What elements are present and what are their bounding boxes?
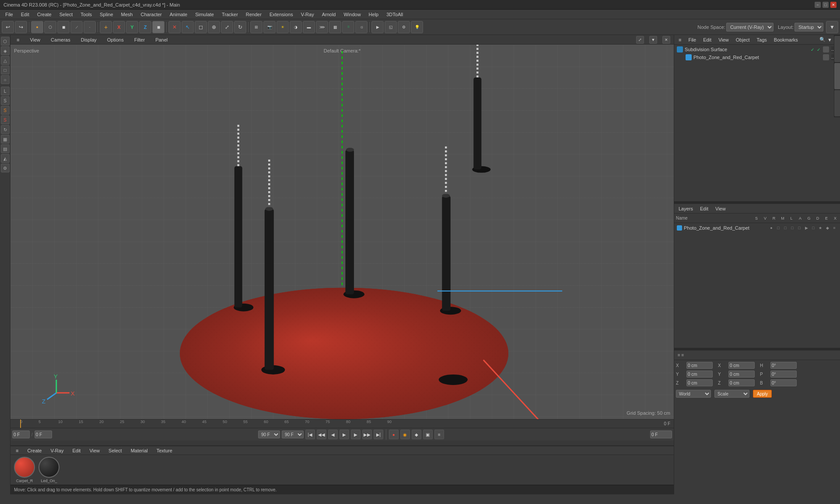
minimize-button[interactable]: − [815,2,821,8]
obj-item-subdivision[interactable]: Subdivision Surface ✓ ✓ ... [675,46,839,53]
rect-sel-button[interactable]: ◻ [195,21,207,33]
layer-flag-d[interactable]: ★ [817,225,823,231]
nodespace-dropdown[interactable]: Current (V-Ray) [726,23,774,32]
live-sel-button[interactable]: ↖ [182,21,194,33]
sidebar-icon-6[interactable]: L [1,87,10,95]
menu-3dtoall[interactable]: 3DToAll [383,11,406,18]
viewport-menu-panel[interactable]: Panel [153,36,170,43]
sidebar-icon-13[interactable]: ◭ [1,154,10,163]
attr-b-field[interactable] [770,379,797,386]
current-frame-display[interactable] [35,430,52,438]
next-frame-button[interactable]: ▶▶ [362,430,372,439]
rotate-button[interactable]: ↻ [234,21,246,33]
timeline-ruler[interactable]: 0 5 10 15 20 25 30 35 40 45 50 55 60 65 … [10,420,674,428]
mat-menu-create[interactable]: Create [25,447,43,454]
menu-tracker[interactable]: Tracker [218,11,242,18]
attr-x2-field[interactable] [728,362,755,369]
viewport-menu-display[interactable]: Display [78,36,99,43]
sidebar-icon-4[interactable]: □ [1,66,10,74]
sidebar-icon-9[interactable]: S [1,116,10,124]
mat-menu-view[interactable]: View [88,447,102,454]
next-one-button[interactable]: ▶ [351,430,360,439]
attr-h-field[interactable] [770,362,797,369]
timeline-settings-button[interactable]: ≡ [434,430,444,439]
attr-z-field[interactable] [686,379,713,386]
menu-file[interactable]: File [2,11,17,18]
attr-x-field[interactable] [686,362,713,369]
scale-dropdown[interactable]: Scale [714,390,749,398]
y-axis-button[interactable]: Y [126,21,138,33]
layer-menu-layers[interactable]: Layers [676,205,696,212]
play-button[interactable]: ▶ [340,430,349,439]
layer-flag-r[interactable]: □ [782,225,788,231]
obj-menu-view[interactable]: View [716,36,732,43]
sidebar-icon-5[interactable]: ○ [1,75,10,84]
scale-button[interactable]: ⤢ [221,21,233,33]
fps-dropdown-left[interactable]: 90 F [258,430,280,438]
layer-item-photo-zone[interactable]: Photo_Zone_and_Red_Carpet ● □ □ □ □ ▶ □ … [675,224,839,232]
sky-button[interactable]: ◑ [290,21,302,33]
mat-menu-select[interactable]: Select [107,447,124,454]
sidebar-icon-12[interactable]: ▤ [1,144,10,153]
viewport-menu-hamburger[interactable]: ≡ [14,36,22,43]
attr-z2-field[interactable] [728,379,755,386]
sidebar-icon-10[interactable]: ↻ [1,125,10,134]
deform-button[interactable]: ⋙ [316,21,328,33]
r-tab-2[interactable] [834,63,840,89]
go-start-button[interactable]: |◀ [305,430,315,439]
sidebar-icon-11[interactable]: ▦ [1,135,10,144]
layout-options-button[interactable]: ▼ [826,21,838,33]
r-tab-3[interactable] [834,90,840,116]
render-settings-button[interactable]: ⚙ [398,21,410,33]
material-swatch-led[interactable] [38,457,60,478]
current-frame-field[interactable] [12,430,30,438]
attr-p-field[interactable] [770,371,797,378]
null-button[interactable]: ⊞ [250,21,262,33]
layer-flag-e[interactable]: ◆ [824,225,830,231]
floor-button[interactable]: ▬ [303,21,315,33]
array-button[interactable]: ▦ [329,21,341,33]
world-dropdown[interactable]: World [676,390,711,398]
point-mode-button[interactable]: · [84,21,96,33]
r-tab-1[interactable] [834,36,840,62]
menu-animate[interactable]: Animate [166,11,191,18]
sidebar-icon-7[interactable]: S [1,96,10,105]
poly-mode-button[interactable]: ◼ [57,21,70,33]
layout-dropdown[interactable]: Startup [794,23,823,32]
obj-menu-bookmarks[interactable]: Bookmarks [771,36,801,43]
layer-flag-l[interactable]: □ [796,225,802,231]
sidebar-icon-8[interactable]: S [1,106,10,115]
attr-y-field[interactable] [686,371,713,378]
sidebar-icon-14[interactable]: ⚙ [1,164,10,172]
undo-button[interactable]: ↩ [2,21,14,33]
menu-window[interactable]: Window [340,11,364,18]
attr-y2-field[interactable] [728,371,755,378]
prev-one-button[interactable]: ◀ [328,430,338,439]
mat-menu-edit[interactable]: Edit [70,447,82,454]
redo-button[interactable]: ↪ [15,21,27,33]
material-swatch-carpet[interactable] [14,457,35,478]
menu-edit[interactable]: Edit [18,11,33,18]
menu-extensions[interactable]: Extensions [266,11,297,18]
viewport-menu-view[interactable]: View [27,36,43,43]
layer-menu-edit[interactable]: Edit [697,205,711,212]
autokey-button[interactable]: ◉ [400,430,410,439]
sidebar-icon-1[interactable]: ⬡ [1,37,10,46]
apply-button[interactable]: Apply [753,390,772,398]
move-button[interactable]: ⊕ [208,21,220,33]
vp-close-button[interactable]: ✕ [662,36,670,44]
z-axis-button[interactable]: Z [139,21,151,33]
mat-menu-material[interactable]: Material [129,447,150,454]
viewport-menu-cameras[interactable]: Cameras [48,36,73,43]
camera-button[interactable]: 📷 [263,21,276,33]
menu-arnold[interactable]: Arnold [318,11,340,18]
layer-menu-view[interactable]: View [713,205,728,212]
obj-item-photo-zone[interactable]: Photo_Zone_and_Red_Carpet ... [675,53,839,61]
move-tool[interactable]: ◼ [152,21,164,33]
record-button[interactable]: ● [389,430,399,439]
go-end-button[interactable]: ▶| [374,430,383,439]
viewport-menu-filter[interactable]: Filter [132,36,147,43]
render-button[interactable]: ▶ [371,21,384,33]
obj-menu-tags[interactable]: Tags [754,36,770,43]
mat-menu-texture[interactable]: Texture [155,447,174,454]
